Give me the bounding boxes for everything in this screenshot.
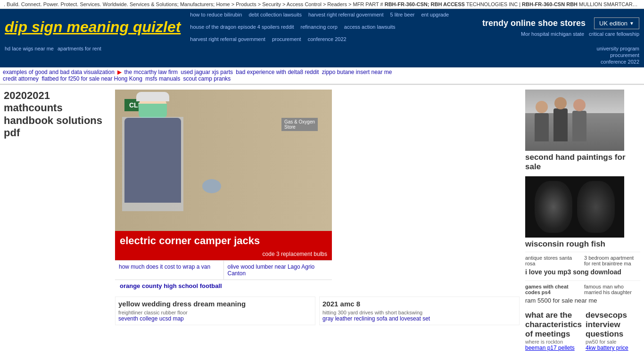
center-column: CLEAN ConsultingG15 Gas & OxygenStore el… (112, 90, 522, 351)
bc1-title[interactable]: yellow wedding dress dream meaning (118, 300, 312, 308)
linkbar-2[interactable]: the mccarthy law firm (124, 69, 178, 75)
header-row2: hd lace wigs near me apartments for rent… (0, 45, 644, 67)
bc1-sub: freightliner classic rubber floor (118, 310, 312, 315)
header-link-procurement[interactable]: procurement (272, 36, 301, 42)
feat-sub-link[interactable]: code 3 replacement bulbs (263, 251, 327, 257)
company-name: RBH ACCESS TECHNOLOGIES INC | RBH-FR-360… (431, 1, 644, 7)
header-link-conference[interactable]: conference 2022 (308, 36, 347, 42)
linkbar-4[interactable]: bad experience with delta8 reddit (236, 69, 319, 75)
right-bottom-cards: what are the characteristics of meetings… (525, 311, 640, 351)
nurse-cap (136, 92, 169, 101)
right-card-1: second hand paintings for sale (525, 90, 640, 172)
bottom-card-1: yellow wedding dress dream meaning freig… (115, 296, 315, 325)
bc1-link[interactable]: seventh college ucsd map (118, 315, 184, 322)
rbc-4: devsecops interview questions pw50 for s… (586, 311, 640, 351)
uk-edition-label: UK edition (599, 20, 627, 27)
bc2-link[interactable]: gray leather reclining sofa and loveseat… (322, 315, 430, 322)
rc2-sub-left: antique stores santa rosa (525, 255, 581, 266)
feat-sub-item-2: olive wood lumber near Lago Agrio Canton (224, 261, 332, 280)
nurse-glove (202, 179, 221, 193)
header-link-8[interactable]: access action lawsuits (344, 24, 396, 30)
linkbar-1[interactable]: examples of good and bad data visualizat… (3, 69, 115, 75)
product-bold: RBH-FR-360-CSN; (385, 1, 429, 7)
feat-sub-link-1[interactable]: how much does it cost to wrap a van (119, 263, 210, 270)
linkbar-5[interactable]: zippo butane insert near me (322, 69, 392, 75)
right-column: second hand paintings for sale wisconsin… (522, 90, 640, 351)
top-nav-bar: . Build. Connect. Power. Protect. Servic… (0, 0, 644, 9)
feat-sub-item-1: how much does it cost to wrap a van (115, 261, 224, 280)
hd-lace-link[interactable]: hd lace wigs near me (5, 46, 54, 65)
linkbar-7[interactable]: flatbed for f250 for sale near Hong Kong (41, 75, 142, 82)
uk-edition-button[interactable]: UK edition ▼ (594, 17, 639, 29)
rbc3-sub: where is rockton (525, 339, 582, 345)
critical-care-link[interactable]: critical care fellowship (589, 31, 639, 37)
arrow-icon: ▶ (117, 69, 122, 75)
feat-bottom-link[interactable]: orange county high school football (115, 280, 332, 292)
featured-image: CLEAN ConsultingG15 Gas & OxygenStore (115, 90, 332, 231)
xray-image (525, 176, 624, 238)
header-link-5[interactable]: ent upgrade (421, 12, 449, 17)
feat-sub-row: how much does it cost to wrap a van oliv… (115, 260, 332, 280)
famous-item: famous man who married his daughter (584, 284, 640, 295)
sidebar-title: 20202021 mathcounts handbook solutions p… (4, 90, 106, 140)
procurement-link[interactable]: procurement (610, 52, 639, 58)
rc2-bottom-title: i love you mp3 song download (525, 268, 640, 276)
rc2-title: wisconsin rough fish (525, 239, 640, 249)
rc2-sub-row: antique stores santa rosa 3 bedroom apar… (525, 252, 640, 266)
rc2-sub-right: 3 bedroom apartment for rent braintree m… (584, 255, 640, 266)
header-link-1[interactable]: how to reduce bilirubin (190, 12, 242, 17)
linkbar-9[interactable]: scout camp pranks (183, 75, 231, 82)
sidebar: 20202021 mathcounts handbook solutions p… (4, 90, 112, 351)
bc2-title[interactable]: 2021 amc 8 (322, 300, 516, 308)
header-link-2[interactable]: debt collection lawsuits (248, 12, 302, 17)
link-bar: examples of good and bad data visualizat… (0, 67, 644, 84)
mor-hospital-link[interactable]: Mor hospital michigan state (521, 31, 584, 37)
rc1-title: second hand paintings for sale (525, 153, 640, 172)
games-item: games with cheat codes ps4 (525, 284, 581, 295)
feat-main-link[interactable]: electric corner camper jacks (120, 235, 327, 247)
feat-caption-bar: electric corner camper jacks (115, 231, 332, 251)
games-title: games with cheat codes ps4 (525, 284, 569, 295)
conference-link[interactable]: conference 2022 (601, 59, 639, 65)
bottom-cards: yellow wedding dress dream meaning freig… (115, 296, 520, 325)
header-row2-right: university program procurement conferenc… (597, 46, 639, 65)
bc2-sub: hitting 300 yard drives with short backs… (322, 310, 516, 315)
feat-bottom: orange county high school football (115, 280, 332, 292)
header-links: how to reduce bilirubin debt collection … (181, 12, 482, 42)
chevron-down-icon: ▼ (629, 21, 634, 26)
feat-sub-bar: code 3 replacement bulbs (115, 251, 332, 260)
nurse-mask (139, 104, 167, 118)
rbc3-title: what are the characteristics of meetings (525, 311, 582, 339)
featured-card: CLEAN ConsultingG15 Gas & OxygenStore el… (115, 90, 520, 292)
rbc4-title: devsecops interview questions (586, 311, 640, 339)
header-link-6[interactable]: house of the dragon episode 4 spoilers r… (190, 24, 294, 30)
apartments-link[interactable]: apartments for rent (58, 46, 101, 65)
header-search-text: trendy online shoe stores (482, 18, 586, 28)
header-link-9[interactable]: harvest right referral government (190, 36, 265, 42)
header-link-7[interactable]: refinancing corp (301, 24, 338, 30)
rbc-3: what are the characteristics of meetings… (525, 311, 582, 351)
linkbar-6[interactable]: credit attorney (3, 75, 39, 82)
rbc3-link[interactable]: beeman p17 pellets (525, 345, 575, 351)
games-famous-row: games with cheat codes ps4 famous man wh… (525, 280, 640, 295)
header-link-4[interactable]: 5 litre beer (390, 12, 415, 17)
gas-sign: Gas & OxygenStore (281, 118, 318, 131)
right-card-2: wisconsin rough fish antique stores sant… (525, 176, 640, 276)
main-content: 20202021 mathcounts handbook solutions p… (0, 84, 644, 356)
ram-text: ram 5500 for sale near me (525, 295, 640, 306)
linkbar-8[interactable]: msfs manuals (145, 75, 180, 82)
school-image (525, 90, 624, 151)
bottom-card-2: 2021 amc 8 hitting 300 yard drives with … (319, 296, 520, 325)
nurse-gown (122, 117, 183, 211)
rbc4-sub: pw50 for sale (586, 339, 640, 345)
rbc4-link[interactable]: 4kw battery price (586, 345, 628, 351)
university-program-link[interactable]: university program (597, 46, 639, 51)
site-title[interactable]: dip sign meaning quizlet (5, 18, 181, 36)
linkbar-3[interactable]: used jaguar xjs parts (181, 69, 233, 75)
header-link-3[interactable]: harvest right referral government (308, 12, 384, 17)
feat-sub-link-2[interactable]: olive wood lumber near Lago Agrio Canton (228, 263, 315, 277)
header-band: dip sign meaning quizlet how to reduce b… (0, 9, 644, 45)
breadcrumb-text: . Build. Connect. Power. Protect. Servic… (4, 1, 383, 7)
